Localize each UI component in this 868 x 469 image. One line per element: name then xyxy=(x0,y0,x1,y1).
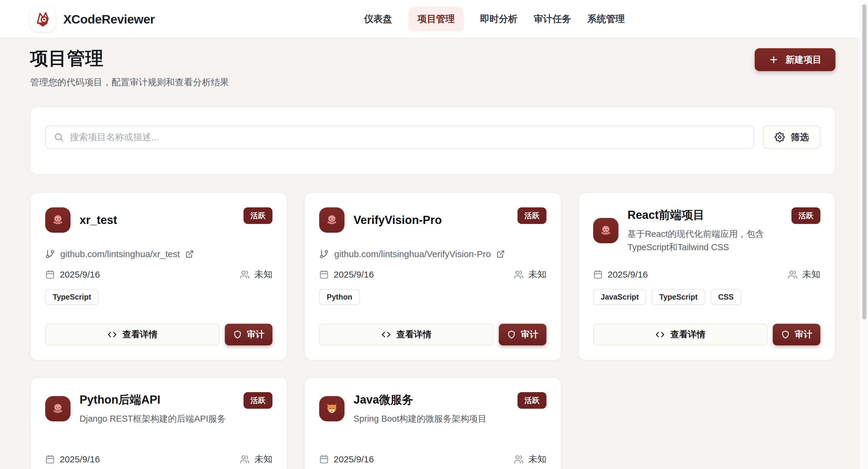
language-tag: CSS xyxy=(711,289,741,305)
octopus-avatar-icon xyxy=(325,213,339,227)
project-members: 未知 xyxy=(254,453,273,465)
search-input[interactable] xyxy=(70,132,746,142)
audit-button[interactable]: 审计 xyxy=(225,324,273,345)
project-name: xr_test xyxy=(80,214,230,227)
card-header: React前端项目 基于React的现代化前端应用，包含TypeScript和T… xyxy=(593,207,820,254)
new-project-button[interactable]: 新建项目 xyxy=(755,48,835,71)
project-description: Spring Boot构建的微服务架构项目 xyxy=(353,412,504,426)
project-card-verifyvision-pro: VerifyVision-Pro 活跃 github.com/lintsingh… xyxy=(304,192,561,361)
project-members: 未知 xyxy=(254,268,273,281)
meta-row: 2025/9/16 未知 xyxy=(319,268,547,281)
view-details-button[interactable]: 查看详情 xyxy=(319,324,494,345)
code-icon xyxy=(107,330,117,339)
status-badge: 活跃 xyxy=(518,207,547,224)
project-date: 2025/9/16 xyxy=(60,270,100,280)
meta-row: 2025/9/16 未知 xyxy=(45,268,273,281)
project-card-python-backend-api: Python后端API Django REST框架构建的后端API服务 活跃 2… xyxy=(30,377,287,469)
fox-avatar-icon xyxy=(325,402,339,416)
top-navbar: XCodeReviewer 仪表盘 项目管理 即时分析 审计任务 系统管理 xyxy=(0,0,868,39)
scrollbar-track[interactable] xyxy=(860,0,868,469)
filter-button[interactable]: 筛选 xyxy=(763,125,820,149)
view-details-label: 查看详情 xyxy=(123,329,158,341)
status-badge: 活跃 xyxy=(518,392,547,409)
project-date: 2025/9/16 xyxy=(334,270,374,280)
search-box[interactable] xyxy=(45,125,754,149)
search-icon xyxy=(54,132,64,142)
card-spacer xyxy=(45,426,273,453)
card-title-wrap: Java微服务 Spring Boot构建的微服务架构项目 xyxy=(353,392,504,426)
external-link-icon xyxy=(185,250,194,258)
project-name: Java微服务 xyxy=(353,392,504,408)
calendar-icon xyxy=(593,270,603,279)
audit-button[interactable]: 审计 xyxy=(499,324,547,345)
repo-link[interactable]: github.com/lintsinghua/VerifyVision-Pro xyxy=(319,249,547,259)
nav-item-system-admin[interactable]: 系统管理 xyxy=(587,13,625,25)
status-badge: 活跃 xyxy=(244,207,273,224)
project-name: Python后端API xyxy=(80,392,230,408)
repo-url: github.com/lintsinghua/VerifyVision-Pro xyxy=(334,249,491,259)
view-details-label: 查看详情 xyxy=(671,329,706,341)
view-details-label: 查看详情 xyxy=(397,329,432,341)
users-icon xyxy=(788,270,798,279)
project-card-xr-test: xr_test 活跃 github.com/lintsinghua/xr_tes… xyxy=(30,192,287,361)
project-avatar xyxy=(319,396,344,421)
users-icon xyxy=(514,455,524,464)
project-members: 未知 xyxy=(528,268,547,281)
search-filter-panel: 筛选 xyxy=(30,107,835,175)
card-title-wrap: React前端项目 基于React的现代化前端应用，包含TypeScript和T… xyxy=(627,207,778,254)
view-details-button[interactable]: 查看详情 xyxy=(45,324,220,345)
main-nav: 仪表盘 项目管理 即时分析 审计任务 系统管理 xyxy=(364,0,625,38)
scrollbar-thumb[interactable] xyxy=(862,4,867,319)
project-avatar xyxy=(45,396,70,421)
users-icon xyxy=(240,270,250,279)
audit-button[interactable]: 审计 xyxy=(773,324,820,345)
project-date: 2025/9/16 xyxy=(60,454,100,465)
tags-row: TypeScript xyxy=(45,289,273,305)
calendar-icon xyxy=(45,455,55,464)
tags-row: JavaScript TypeScript CSS xyxy=(593,289,820,305)
nav-item-audit-tasks[interactable]: 审计任务 xyxy=(534,13,571,25)
meta-row: 2025/9/16 未知 xyxy=(593,268,820,281)
project-avatar xyxy=(319,207,344,233)
date-group: 2025/9/16 xyxy=(319,270,374,280)
gear-icon xyxy=(775,132,785,142)
members-group: 未知 xyxy=(240,268,273,281)
main-content: 项目管理 管理您的代码项目，配置审计规则和查看分析结果 新建项目 筛选 xyxy=(0,39,868,469)
plus-icon xyxy=(769,55,779,65)
page-subtitle: 管理您的代码项目，配置审计规则和查看分析结果 xyxy=(30,76,229,89)
card-header: xr_test 活跃 xyxy=(45,207,273,233)
date-group: 2025/9/16 xyxy=(45,270,100,280)
project-date: 2025/9/16 xyxy=(334,454,374,465)
card-actions: 查看详情 审计 xyxy=(45,324,273,345)
audit-label: 审计 xyxy=(795,329,812,341)
brand[interactable]: XCodeReviewer xyxy=(30,7,155,32)
octopus-avatar-icon xyxy=(51,402,65,416)
view-details-button[interactable]: 查看详情 xyxy=(593,324,768,345)
new-project-label: 新建项目 xyxy=(785,54,822,66)
language-tag: Python xyxy=(319,289,360,305)
audit-label: 审计 xyxy=(247,329,264,341)
page-title: 项目管理 xyxy=(30,46,229,71)
shield-icon xyxy=(507,330,516,339)
calendar-icon xyxy=(319,270,329,279)
meta-row: 2025/9/16 未知 xyxy=(45,453,273,465)
card-spacer xyxy=(319,233,547,249)
card-header: VerifyVision-Pro 活跃 xyxy=(319,207,547,233)
audit-label: 审计 xyxy=(521,329,538,341)
card-header: Java微服务 Spring Boot构建的微服务架构项目 活跃 xyxy=(319,392,547,426)
filter-label: 筛选 xyxy=(791,131,809,144)
language-tag: JavaScript xyxy=(593,289,646,305)
nav-item-projects[interactable]: 项目管理 xyxy=(408,7,464,31)
search-row: 筛选 xyxy=(45,125,820,149)
card-title-wrap: xr_test xyxy=(80,214,230,227)
nav-item-instant-analysis[interactable]: 即时分析 xyxy=(480,13,518,25)
members-group: 未知 xyxy=(514,453,547,465)
repo-link[interactable]: github.com/lintsinghua/xr_test xyxy=(45,249,273,259)
calendar-icon xyxy=(45,270,55,279)
nav-item-dashboard[interactable]: 仪表盘 xyxy=(364,13,392,25)
project-card-react-frontend: React前端项目 基于React的现代化前端应用，包含TypeScript和T… xyxy=(578,192,835,361)
status-badge: 活跃 xyxy=(244,392,273,409)
card-title-wrap: VerifyVision-Pro xyxy=(353,214,504,227)
shield-icon xyxy=(233,330,242,339)
project-members: 未知 xyxy=(802,268,820,281)
